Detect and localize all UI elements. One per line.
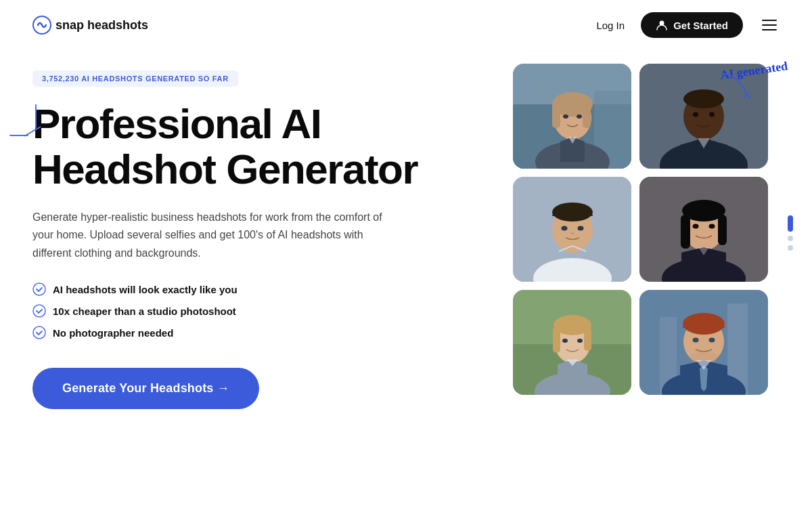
svg-point-30 xyxy=(578,226,584,231)
check-icon-1 xyxy=(32,282,46,296)
scroll-dot-active xyxy=(788,215,793,232)
svg-point-22 xyxy=(709,112,715,117)
svg-point-2 xyxy=(33,283,45,295)
photo-card-man-white-shirt xyxy=(513,177,631,282)
ai-arrow-icon xyxy=(720,70,754,101)
photo-card-woman-outdoor xyxy=(513,290,631,395)
portrait-woman-3 xyxy=(513,290,631,395)
feature-item-3: No photographer needed xyxy=(32,326,493,339)
get-started-button[interactable]: Get Started xyxy=(641,12,743,38)
svg-rect-12 xyxy=(552,104,560,128)
svg-point-51 xyxy=(577,339,583,343)
hero-photos-grid: AI generated xyxy=(493,57,780,409)
svg-rect-49 xyxy=(584,327,591,351)
feature-text-3: No photographer needed xyxy=(53,327,173,339)
main-content: 3,752,230 AI HEADSHOTS GENERATED SO FAR … xyxy=(0,57,812,409)
portrait-man-3 xyxy=(639,290,768,395)
scroll-dot-2 xyxy=(788,245,793,251)
svg-point-50 xyxy=(562,339,568,343)
photo-card-woman-gray-suit xyxy=(513,64,631,169)
svg-point-20 xyxy=(683,89,724,108)
portrait-man-2 xyxy=(513,177,631,282)
logo[interactable]: snap headshots xyxy=(32,16,148,35)
hero-left: 3,752,230 AI HEADSHOTS GENERATED SO FAR … xyxy=(32,57,493,409)
portrait-woman-1 xyxy=(513,64,631,169)
deco-line-2 xyxy=(24,126,41,137)
login-link[interactable]: Log In xyxy=(596,20,625,31)
scroll-dot-1 xyxy=(788,236,793,241)
svg-point-3 xyxy=(33,305,45,317)
feature-text-2: 10x cheaper than a studio photoshoot xyxy=(53,305,236,317)
svg-point-39 xyxy=(693,224,699,229)
svg-rect-48 xyxy=(553,327,560,353)
generate-headshots-button[interactable]: Generate Your Headshots → xyxy=(32,368,259,409)
logo-icon xyxy=(32,16,51,35)
user-icon xyxy=(656,19,668,31)
svg-point-21 xyxy=(693,112,698,117)
photo-card-man-blue-suit xyxy=(639,290,768,395)
decorative-lines xyxy=(9,104,42,136)
hero-headline: Professional AI Headshot Generator xyxy=(32,102,493,192)
hero-subtitle: Generate hyper-realistic business headsh… xyxy=(32,209,398,262)
svg-rect-13 xyxy=(583,104,591,128)
hamburger-line xyxy=(762,29,777,30)
check-icon-3 xyxy=(32,326,46,339)
svg-point-60 xyxy=(693,338,699,343)
check-icon-2 xyxy=(32,304,46,318)
svg-point-14 xyxy=(563,114,568,119)
deco-line-1 xyxy=(35,104,37,128)
photo-card-woman-dark-jacket xyxy=(639,177,768,282)
portrait-woman-2 xyxy=(639,177,768,282)
feature-text-1: AI headshots will look exactly like you xyxy=(53,284,238,295)
svg-point-61 xyxy=(709,338,715,343)
svg-point-40 xyxy=(709,224,715,229)
features-list: AI headshots will look exactly like you … xyxy=(32,282,493,339)
navbar: snap headshots Log In Get Started xyxy=(0,0,812,50)
hamburger-line xyxy=(762,20,777,21)
scroll-indicator xyxy=(788,215,793,251)
feature-item-1: AI headshots will look exactly like you xyxy=(32,282,493,296)
headshots-count-badge: 3,752,230 AI HEADSHOTS GENERATED SO FAR xyxy=(32,70,238,87)
svg-point-29 xyxy=(562,226,568,231)
svg-point-4 xyxy=(33,326,45,339)
svg-rect-38 xyxy=(718,215,727,245)
svg-point-15 xyxy=(577,114,582,119)
hamburger-menu[interactable] xyxy=(759,17,780,33)
svg-rect-37 xyxy=(681,215,690,249)
feature-item-2: 10x cheaper than a studio photoshoot xyxy=(32,304,493,318)
hamburger-line xyxy=(762,24,777,26)
nav-right: Log In Get Started xyxy=(596,12,780,38)
